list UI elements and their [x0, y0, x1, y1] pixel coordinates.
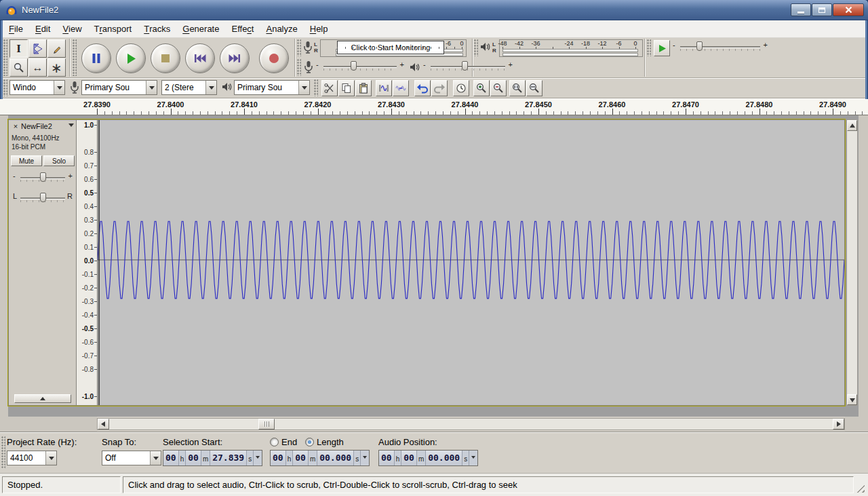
time-digits[interactable]: 00 — [401, 451, 417, 465]
track-gain-slider[interactable]: - + — [13, 172, 73, 184]
mixer-toolbar-grip[interactable] — [297, 59, 301, 76]
playback-meter-grip[interactable] — [474, 39, 478, 56]
snap-to-dropdown[interactable]: Off — [102, 451, 161, 465]
time-digits[interactable]: 00 — [163, 451, 179, 465]
menu-edit[interactable]: Edit — [29, 20, 56, 37]
timeshift-tool-button[interactable]: ↔ — [28, 58, 47, 77]
end-radio[interactable] — [270, 438, 279, 446]
time-digits[interactable]: 00 — [271, 451, 286, 465]
zoom-in-button[interactable] — [473, 80, 490, 96]
menu-transport[interactable]: Transport — [88, 20, 138, 37]
selection-toolbar-grip[interactable] — [1, 436, 5, 469]
scroll-left-button[interactable] — [98, 419, 109, 430]
project-rate-dropdown[interactable]: 44100 — [7, 451, 57, 465]
dropdown-arrow[interactable] — [54, 81, 64, 94]
time-digits[interactable]: 00.000 — [317, 451, 354, 465]
envelope-tool-button[interactable] — [28, 39, 47, 58]
menu-file[interactable]: File — [3, 20, 29, 37]
recording-device-dropdown[interactable]: Primary Sou — [81, 80, 157, 95]
time-digits[interactable]: 00 — [379, 451, 395, 465]
time-digits[interactable]: 00 — [186, 451, 201, 465]
menu-effect[interactable]: Effect — [225, 20, 260, 37]
scroll-right-button[interactable] — [833, 419, 844, 430]
playback-meter[interactable]: -48-42-36-24-18-12-60 — [499, 39, 643, 57]
menu-generate[interactable]: Generate — [176, 20, 225, 37]
slider-thumb[interactable] — [40, 193, 46, 202]
scrollbar-thumb[interactable] — [258, 419, 275, 430]
length-radio-label[interactable]: Length — [317, 437, 344, 447]
time-format-dropdown[interactable] — [361, 451, 369, 465]
play-button[interactable] — [116, 43, 146, 73]
waveform-area[interactable] — [98, 120, 844, 405]
playback-volume-slider[interactable]: - + — [423, 60, 513, 73]
tools-toolbar-grip[interactable] — [3, 39, 7, 76]
device-toolbar-grip[interactable] — [3, 79, 7, 96]
draw-tool-button[interactable] — [47, 39, 66, 58]
audio-host-dropdown[interactable]: Windo — [9, 80, 65, 95]
scroll-up-button[interactable] — [847, 120, 857, 131]
cut-button[interactable] — [321, 80, 338, 96]
time-digits[interactable]: 00.000 — [426, 451, 462, 465]
minimize-button[interactable] — [791, 3, 811, 16]
menu-tracks[interactable]: Tracks — [138, 20, 176, 37]
stop-button[interactable] — [151, 43, 180, 73]
audio-position-time[interactable]: 00h00m00.000s — [378, 450, 478, 466]
menu-help[interactable]: Help — [304, 20, 334, 37]
multi-tool-button[interactable]: ∗ — [47, 58, 66, 77]
transcription-toolbar-grip[interactable] — [647, 39, 651, 56]
time-format-dropdown[interactable] — [254, 451, 262, 465]
dropdown-arrow[interactable] — [298, 81, 309, 94]
audio-track[interactable]: × NewFile2 Mono, 44100Hz 16-bit PCM Mute… — [8, 119, 845, 406]
dropdown-arrow[interactable] — [146, 81, 157, 94]
skip-to-start-button[interactable] — [185, 43, 215, 73]
track-control-panel[interactable]: × NewFile2 Mono, 44100Hz 16-bit PCM Mute… — [9, 120, 77, 405]
recording-volume-slider[interactable]: - + — [316, 60, 404, 73]
dropdown-arrow[interactable] — [150, 451, 161, 465]
horizontal-scrollbar[interactable] — [97, 418, 845, 430]
fit-project-button[interactable] — [526, 80, 542, 96]
play-at-speed-button[interactable] — [654, 40, 670, 56]
redo-button[interactable] — [431, 80, 448, 96]
playback-device-dropdown[interactable]: Primary Sou — [234, 80, 310, 95]
pause-button[interactable] — [81, 43, 111, 73]
solo-button[interactable]: Solo — [43, 155, 75, 166]
menu-analyze[interactable]: Analyze — [260, 20, 303, 37]
track-pan-slider[interactable]: L R — [13, 192, 73, 204]
recording-meter[interactable]: Click to Start Monitoring -60 — [320, 39, 467, 57]
vertical-ruler[interactable]: 1.00.80.70.60.50.40.30.20.10.0-0.1-0.2-0… — [77, 120, 98, 405]
slider-thumb[interactable] — [696, 41, 703, 51]
track-collapse-button[interactable] — [14, 394, 71, 403]
paste-button[interactable] — [355, 80, 372, 96]
silence-audio-button[interactable] — [393, 80, 409, 96]
sync-lock-button[interactable] — [453, 80, 469, 96]
track-close-button[interactable]: × — [11, 121, 20, 131]
transport-toolbar-grip[interactable] — [73, 39, 77, 76]
zoom-out-button[interactable] — [490, 80, 507, 96]
mute-button[interactable]: Mute — [11, 155, 42, 166]
recording-channels-dropdown[interactable]: 2 (Stere — [161, 80, 217, 95]
skip-to-end-button[interactable] — [220, 43, 250, 73]
selection-length-time[interactable]: 00h00m00.000s — [270, 450, 370, 466]
recording-meter-grip[interactable] — [297, 39, 301, 56]
time-digits[interactable]: 00 — [293, 451, 309, 465]
scroll-down-button[interactable] — [847, 394, 857, 405]
slider-thumb[interactable] — [351, 61, 357, 71]
zoom-tool-button[interactable] — [9, 58, 28, 77]
record-button[interactable] — [259, 43, 289, 73]
slider-thumb[interactable] — [40, 172, 46, 182]
selection-start-time[interactable]: 00h00m27.839s — [163, 450, 262, 466]
time-format-dropdown[interactable] — [469, 451, 477, 465]
timeline-ruler[interactable]: 27.839027.840027.841027.842027.843027.84… — [0, 99, 868, 115]
menu-view[interactable]: View — [56, 20, 87, 37]
dropdown-arrow[interactable] — [45, 451, 56, 465]
close-button[interactable] — [833, 3, 864, 16]
fit-selection-button[interactable] — [509, 80, 526, 96]
undo-button[interactable] — [414, 80, 431, 96]
tracks-area[interactable]: × NewFile2 Mono, 44100Hz 16-bit PCM Mute… — [0, 115, 868, 417]
playback-speed-slider[interactable]: - + — [673, 41, 768, 53]
title-bar[interactable]: NewFile2 — [0, 0, 868, 20]
trim-audio-button[interactable] — [376, 80, 392, 96]
dropdown-arrow[interactable] — [205, 81, 216, 94]
edit-toolbar-grip[interactable] — [314, 79, 318, 96]
track-title-dropdown[interactable]: NewFile2 — [21, 121, 74, 131]
